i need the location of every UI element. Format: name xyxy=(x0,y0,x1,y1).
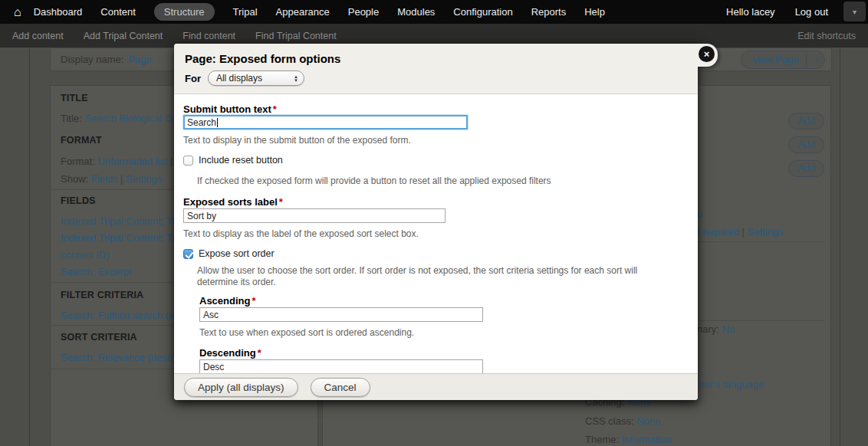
show-settings-link[interactable]: Settings xyxy=(126,173,162,185)
submit-button-text-description: Text to display in the submit button of … xyxy=(183,135,411,146)
theme-value-link[interactable]: Information xyxy=(622,434,672,445)
clipped-required-link[interactable]: t required xyxy=(697,226,739,238)
text-cursor xyxy=(217,118,218,127)
for-row: For All displays ▲▼ xyxy=(185,71,687,86)
field-link-excerpt[interactable]: Search: Excerpt xyxy=(61,266,132,277)
clipped-summary-row: nary: No xyxy=(697,323,735,335)
field-link-content-id-line2[interactable]: content ID) xyxy=(61,249,110,261)
toolbar-item-content[interactable]: Content xyxy=(100,6,136,18)
section-fields-heading: FIELDS xyxy=(61,195,96,207)
toolbar-menu: Dashboard Content Structure Tripal Appea… xyxy=(34,3,605,21)
format-link[interactable]: Unformatted list xyxy=(97,156,167,167)
show-fields-link[interactable]: Fields xyxy=(91,173,118,185)
view-page-button[interactable]: view Page ▾ xyxy=(741,51,825,69)
css-class-label: CSS class: xyxy=(585,415,634,427)
title-link[interactable]: Search Biological Data xyxy=(84,113,186,124)
section-sort-heading: SORT CRITERIA xyxy=(61,332,137,343)
field-link-content-id-line1[interactable]: Indexed Tripal Content: Trip xyxy=(61,232,183,244)
separator-pipe: | xyxy=(742,226,745,238)
format-row: Format: Unformatted list | xyxy=(61,156,173,167)
screen: ⌂ Dashboard Content Structure Tripal App… xyxy=(0,0,868,446)
apply-button[interactable]: Apply (all displays) xyxy=(184,378,298,397)
add-button[interactable]: Add xyxy=(788,136,824,153)
toolbar-item-structure[interactable]: Structure xyxy=(154,3,215,21)
home-icon[interactable]: ⌂ xyxy=(14,6,21,18)
toolbar-dropdown-caret-icon[interactable]: ▾ xyxy=(843,2,866,21)
section-format-heading: FORMAT xyxy=(61,135,102,146)
for-displays-selected-value: All displays xyxy=(216,73,262,84)
toolbar-item-configuration[interactable]: Configuration xyxy=(453,6,512,18)
required-mark: * xyxy=(252,295,255,307)
theme-row: Theme: Information xyxy=(585,434,672,445)
required-mark: * xyxy=(273,103,277,115)
view-page-caret-icon[interactable]: ▾ xyxy=(806,51,824,68)
ascending-description: Text to use when exposed sort is ordered… xyxy=(199,327,414,339)
page-right-border xyxy=(840,48,840,446)
field-link-title[interactable]: Indexed Tripal Content: Title xyxy=(61,215,185,227)
toolbar-item-tripal[interactable]: Tripal xyxy=(233,6,258,18)
expose-sort-order-checkbox[interactable] xyxy=(183,249,193,259)
toolbar-item-people[interactable]: People xyxy=(348,6,379,18)
select-arrows-icon: ▲▼ xyxy=(294,75,298,82)
toolbar-item-dashboard[interactable]: Dashboard xyxy=(34,6,83,18)
title-row: Title: Search Biological Data xyxy=(61,113,186,124)
toolbar-item-help[interactable]: Help xyxy=(584,6,605,18)
include-reset-button-description: If checked the exposed form will provide… xyxy=(197,175,551,187)
shortcut-add-content[interactable]: Add content xyxy=(12,31,64,41)
close-icon[interactable]: × xyxy=(699,46,715,62)
css-class-value-link[interactable]: None xyxy=(636,415,660,427)
include-reset-button-row: Include reset button xyxy=(183,155,283,166)
submit-button-text-input[interactable] xyxy=(183,115,468,130)
logout-link[interactable]: Log out xyxy=(795,6,828,18)
sort-link-relevance[interactable]: Search: Relevance (desc) xyxy=(61,352,176,363)
include-reset-button-checkbox[interactable] xyxy=(183,156,193,166)
shortcut-add-tripal-content[interactable]: Add Tripal Content xyxy=(84,31,163,41)
descending-input[interactable] xyxy=(199,359,483,373)
add-button[interactable]: Add xyxy=(788,160,824,177)
display-name-link[interactable]: Page xyxy=(128,54,151,65)
shortcut-find-tripal-content[interactable]: Find Tripal Content xyxy=(255,31,337,41)
format-label: Format: xyxy=(61,156,95,167)
expose-sort-order-label: Expose sort order xyxy=(199,248,275,259)
for-label: For xyxy=(185,73,201,84)
clipped-summary-value-link[interactable]: No xyxy=(722,323,735,335)
modal-header: Page: Exposed form options For All displ… xyxy=(174,44,698,94)
modal-body: Submit button text* Text to display in t… xyxy=(174,94,698,373)
required-mark: * xyxy=(258,347,261,359)
modal-title: Page: Exposed form options xyxy=(185,52,687,65)
toolbar-item-modules[interactable]: Modules xyxy=(397,6,435,18)
clipped-language-link[interactable]: ser's language xyxy=(699,379,764,390)
css-class-row: CSS class: None xyxy=(585,415,660,427)
clipped-link-no[interactable]: o xyxy=(697,208,702,219)
add-button[interactable]: Add xyxy=(788,113,824,130)
page-left-border xyxy=(29,48,30,446)
shortcut-find-content[interactable]: Find content xyxy=(182,31,235,41)
edit-shortcuts-link[interactable]: Edit shortcuts xyxy=(797,31,856,41)
descending-label: Descending* xyxy=(199,347,261,359)
separator-pipe: | xyxy=(170,156,173,167)
clipped-exposed-form-row: t required | Settings xyxy=(697,226,784,238)
theme-label: Theme: xyxy=(585,434,619,445)
exposed-sorts-label-input[interactable] xyxy=(183,208,446,223)
display-name-label: Display name: xyxy=(61,54,123,65)
filter-link-fulltext[interactable]: Search: Fulltext search (expo xyxy=(61,310,190,321)
modal-footer: Apply (all displays) Cancel xyxy=(174,373,698,400)
ascending-input[interactable] xyxy=(199,307,483,322)
expose-sort-order-description: Allow the user to choose the sort order.… xyxy=(197,265,679,288)
show-row: Show: Fields | Settings xyxy=(61,173,162,185)
toolbar-item-appearance[interactable]: Appearance xyxy=(276,6,330,18)
cancel-button[interactable]: Cancel xyxy=(311,378,370,397)
section-title-heading: TITLE xyxy=(61,93,88,104)
show-label: Show: xyxy=(61,173,88,185)
user-greeting: Hello lacey xyxy=(726,6,775,18)
settings-link[interactable]: Settings xyxy=(748,226,784,238)
for-displays-select[interactable]: All displays ▲▼ xyxy=(208,71,304,86)
ascending-label: Ascending* xyxy=(199,295,256,307)
section-filter-heading: FILTER CRITERIA xyxy=(61,290,143,301)
clipped-summary-label: nary: xyxy=(697,323,719,335)
separator-pipe: | xyxy=(120,173,123,185)
toolbar-item-reports[interactable]: Reports xyxy=(531,6,567,18)
include-reset-button-label: Include reset button xyxy=(199,155,283,166)
exposed-sorts-label-description: Text to display as the label of the expo… xyxy=(183,228,419,240)
required-mark: * xyxy=(279,196,283,208)
